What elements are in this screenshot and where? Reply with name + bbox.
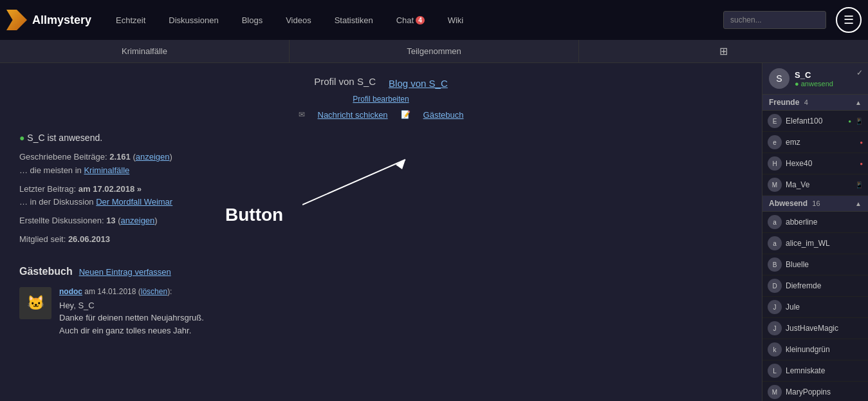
subnav-teilgenommen[interactable]: Teilgenommen — [290, 40, 579, 62]
nav-item-echtzeit[interactable]: Echtzeit — [104, 0, 157, 40]
absent-avatar-lemniskate: L — [768, 364, 782, 378]
last-post-date: am 17.02.2018 » — [78, 184, 142, 194]
friends-title: Freunde — [769, 98, 799, 107]
absent-chevron-icon: ▲ — [855, 200, 862, 207]
absent-avatar-marypoppins: M — [768, 385, 782, 399]
friend-avatar-hexe40: H — [768, 156, 782, 171]
guestbook-section: Gästebuch Neuen Eintrag verfassen 🐱 nodo… — [19, 266, 743, 337]
absent-item-abberline[interactable]: a abberline — [762, 212, 868, 233]
absent-name-abberline: abberline — [786, 218, 863, 227]
user-name: S_C — [795, 70, 862, 80]
posts-line: Geschriebene Beiträge: 2.161 (anzeigen) … — [19, 151, 743, 178]
absent-name-marypoppins: MaryPoppins — [786, 387, 863, 396]
new-entry-link[interactable]: Neuen Eintrag verfassen — [79, 267, 171, 277]
discussions-count: 13 — [106, 216, 115, 225]
entry-date: am 14.01.2018 — [84, 287, 136, 296]
friend-item-hexe40[interactable]: H Hexe40 ● — [762, 153, 868, 174]
search-input[interactable] — [723, 11, 826, 29]
nav-item-diskussionen[interactable]: Diskussionen — [157, 0, 230, 40]
user-avatar: S — [769, 68, 790, 89]
friend-name-emz: emz — [786, 138, 856, 147]
profile-edit-link[interactable]: Profil bearbeiten — [353, 95, 409, 104]
user-card: S S_C ● anwesend ✓ — [762, 63, 868, 95]
absent-avatar-abberline: a — [768, 215, 782, 229]
subnav-kriminalfaelle[interactable]: Kriminalfälle — [0, 40, 290, 62]
absent-avatar-diefremde: D — [768, 279, 782, 293]
online-status-dot-elefant100: ● — [848, 118, 851, 124]
subnav-grid[interactable]: ⊞ — [579, 40, 868, 62]
absent-name-alice: alice_im_WL — [786, 239, 863, 248]
last-post-prefix: … in der Diskussion — [19, 197, 94, 207]
discussions-line: Erstellte Diskussionen: 13 (anzeigen) — [19, 214, 743, 228]
guestbook-header: Gästebuch Neuen Eintrag verfassen — [19, 266, 743, 277]
guestbook-link[interactable]: Gästebuch — [423, 110, 464, 120]
content-area: Profil von S_C Blog von S_C Profil bearb… — [0, 63, 762, 401]
message-link[interactable]: Nachricht schicken — [318, 110, 388, 120]
nav-links: Echtzeit Diskussionen Blogs Videos Stati… — [104, 0, 723, 40]
check-icon[interactable]: ✓ — [856, 68, 863, 77]
nav-item-chat[interactable]: Chat 4 — [385, 0, 436, 40]
absent-name-diefremde: Diefremde — [786, 281, 863, 290]
member-since-label: Mitglied seit: — [19, 234, 66, 244]
absent-item-diefremde[interactable]: D Diefremde — [762, 275, 868, 297]
absent-name-jule: Jule — [786, 303, 863, 312]
posts-show-link[interactable]: anzeigen — [136, 152, 170, 162]
profile-title: Profil von S_C — [314, 76, 376, 87]
member-since-line: Mitglied seit: 26.06.2013 — [19, 233, 743, 247]
friends-section-header[interactable]: Freunde 4 ▲ — [762, 95, 868, 111]
absent-item-bluelle[interactable]: B Bluelle — [762, 254, 868, 275]
friend-name-elefant100: Elefant100 — [786, 117, 844, 126]
friend-avatar-mave: M — [768, 178, 782, 192]
online-status-dot-hexe40: ● — [860, 161, 863, 167]
chat-badge: 4 — [416, 16, 425, 24]
absent-item-jule[interactable]: J Jule — [762, 297, 868, 318]
nav-item-wiki[interactable]: Wiki — [436, 0, 476, 40]
absent-section-header[interactable]: Abwesend 16 ▲ — [762, 196, 868, 212]
absent-title: Abwesend — [769, 199, 808, 208]
profile-blog-link[interactable]: Blog von S_C — [389, 78, 448, 89]
absent-avatar-jule: J — [768, 300, 782, 314]
friend-avatar-elefant100: E — [768, 114, 782, 128]
discussions-label: Erstellte Diskussionen: — [19, 216, 104, 225]
posts-category-link[interactable]: Kriminalfälle — [84, 165, 129, 175]
friend-item-mave[interactable]: M Ma_Ve 📱 — [762, 174, 868, 196]
grid-icon: ⊞ — [719, 45, 728, 57]
absent-count: 16 — [812, 200, 820, 207]
entry-author-link[interactable]: nodoc — [59, 287, 82, 296]
right-sidebar: S S_C ● anwesend ✓ Freunde 4 ▲ E Elefant… — [762, 63, 868, 401]
main-container: Profil von S_C Blog von S_C Profil bearb… — [0, 63, 868, 401]
last-post-thread-link[interactable]: Der Mordfall Weimar — [96, 197, 172, 207]
profile-info: ● S_C ist anwesend. Geschriebene Beiträg… — [19, 133, 743, 247]
user-status-text: ● anwesend — [795, 80, 862, 88]
menu-button[interactable]: ☰ — [836, 7, 862, 33]
friend-name-mave: Ma_Ve — [786, 180, 851, 189]
guestbook-entry: 🐱 nodoc am 14.01.2018 (löschen): Hey, S_… — [19, 287, 743, 337]
absent-item-lemniskate[interactable]: L Lemniskate — [762, 360, 868, 382]
friend-item-elefant100[interactable]: E Elefant100 ● 📱 — [762, 111, 868, 132]
entry-text: Hey, S_C Danke für deinen netten Neujahr… — [59, 299, 743, 337]
entry-delete-link[interactable]: löschen — [141, 287, 167, 296]
profile-header: Profil von S_C Blog von S_C Profil bearb… — [19, 76, 743, 120]
discussions-show-link[interactable]: anzeigen — [121, 216, 155, 225]
user-info: S_C ● anwesend — [795, 70, 862, 88]
logo-area[interactable]: Allmystery — [6, 10, 91, 30]
absent-item-marypoppins[interactable]: M MaryPoppins — [762, 382, 868, 401]
absent-item-alice[interactable]: a alice_im_WL — [762, 233, 868, 254]
absent-item-kleinundgruen[interactable]: k kleinundgrün — [762, 339, 868, 360]
nav-item-statistiken[interactable]: Statistiken — [323, 0, 385, 40]
absent-name-bluelle: Bluelle — [786, 260, 863, 269]
absent-name-lemniskate: Lemniskate — [786, 366, 863, 375]
profile-actions: ✉ Nachricht schicken 📝 Gästebuch — [19, 110, 743, 120]
nav-item-blogs[interactable]: Blogs — [230, 0, 275, 40]
absent-item-justhavemagic[interactable]: J JustHaveMagic — [762, 318, 868, 339]
posts-count: 2.161 — [109, 152, 131, 162]
nav-item-videos[interactable]: Videos — [274, 0, 323, 40]
friends-chevron-icon: ▲ — [855, 99, 862, 106]
guestbook-title: Gästebuch — [19, 266, 73, 277]
member-since-date: 26.06.2013 — [68, 234, 110, 244]
friend-item-emz[interactable]: e emz ● — [762, 132, 868, 153]
last-post-line: Letzter Beitrag: am 17.02.2018 » … in de… — [19, 183, 743, 210]
friend-name-hexe40: Hexe40 — [786, 159, 856, 168]
online-status-dot-emz: ● — [860, 140, 863, 145]
absent-name-justhavemagic: JustHaveMagic — [786, 324, 863, 333]
